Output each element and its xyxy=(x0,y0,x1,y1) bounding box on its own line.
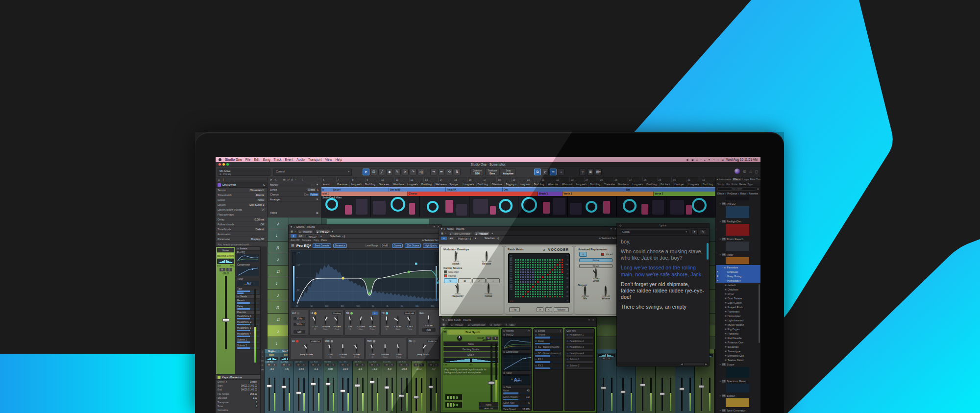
video-thumbnail[interactable] xyxy=(666,196,716,217)
high-quality-button[interactable]: High Quality xyxy=(423,243,439,248)
lyric-event[interactable]: le and xyxy=(321,182,336,187)
llc-soft-button[interactable]: Soft xyxy=(293,330,306,334)
sort-flat[interactable]: Flat xyxy=(727,183,731,186)
octave-dropdown[interactable]: 12th Octave xyxy=(405,243,421,248)
frequency-knob[interactable] xyxy=(457,283,459,293)
volume-knob[interactable] xyxy=(605,286,607,296)
level-knob[interactable] xyxy=(595,268,597,278)
lyric-line[interactable]: Who could choose a rousing stave, who li… xyxy=(621,248,705,261)
direct-button[interactable]: Direct xyxy=(579,264,612,268)
fader-handle[interactable] xyxy=(281,386,287,389)
cue-mix-slot[interactable]: Headphone 2 xyxy=(236,320,260,326)
mute-button[interactable]: M xyxy=(311,364,316,366)
preset-dropdown[interactable]: Pro EQ³ xyxy=(305,234,319,238)
mixer-io-label[interactable]: ↗ xyxy=(262,355,263,358)
cursor-mode-button[interactable]: ➤ xyxy=(691,229,698,234)
noise-button[interactable]: Noise xyxy=(579,258,612,262)
lyric-line[interactable]: Don't forget yer old shipmate, faldee ra… xyxy=(621,281,705,300)
preset-row[interactable]: ▣Easy Going xyxy=(716,300,760,305)
event-inspector-row[interactable]: End00029.01.01.00 xyxy=(216,388,260,392)
lyric-event[interactable]: Long we'v xyxy=(687,182,701,187)
menu-song[interactable]: Song xyxy=(263,158,270,161)
status-icon[interactable]: ◧ xyxy=(686,158,689,161)
lf-freq-knob[interactable] xyxy=(337,316,338,325)
lyric-event[interactable]: Don't forg xyxy=(476,182,490,187)
carrier-pulse-button[interactable]: ⎍ xyxy=(487,278,500,283)
band-controls-button[interactable]: Band Controls xyxy=(313,243,331,248)
follow-chords-button[interactable]: Follow xyxy=(310,193,318,196)
mixer-io-label[interactable]: I/O xyxy=(261,360,264,362)
inspector-row[interactable]: Automation xyxy=(216,232,267,237)
solo-button[interactable]: S xyxy=(404,364,409,366)
lf-q-knob[interactable] xyxy=(315,316,316,325)
unvoiced-detect-button[interactable]: ⊙ xyxy=(579,252,587,257)
solo-button[interactable]: S xyxy=(360,364,365,366)
inspector-row[interactable]: TempoTimestretch xyxy=(216,188,267,193)
grid-icon[interactable]: ▦ xyxy=(441,232,443,235)
hf-mode-dropdown[interactable]: Shelf 6dB xyxy=(404,312,416,315)
fader-handle[interactable] xyxy=(222,318,229,322)
fader-track[interactable] xyxy=(371,378,373,411)
favorite-preset-row[interactable]: ⊘Dirtclean xyxy=(716,269,760,274)
chords-event-row[interactable]: bDsus4Dm add9Fmaj7/ADmDm xyxy=(321,187,715,192)
fader-handle[interactable] xyxy=(296,391,301,394)
gear-icon[interactable]: ⚙ xyxy=(422,239,424,242)
tab-files[interactable]: Files xyxy=(750,178,755,181)
cue-mix-slot[interactable]: Headphone 4 xyxy=(236,332,260,338)
fader-track[interactable] xyxy=(603,378,604,411)
tuner-mini-view[interactable]: ● A#4 xyxy=(503,375,530,385)
lyrics-scrollbar[interactable] xyxy=(707,243,709,260)
fader-handle[interactable] xyxy=(369,381,375,384)
fader-handle[interactable] xyxy=(428,386,434,389)
favorite-preset-row[interactable]: ⊘Easy Going xyxy=(716,274,760,278)
remove-marker-icon[interactable]: − xyxy=(314,183,315,186)
solo-button[interactable]: S xyxy=(607,357,612,360)
chord-event[interactable]: Dm xyxy=(503,187,625,192)
smooth-button[interactable]: ∿ xyxy=(545,307,552,312)
auto-off[interactable]: Auto: Off xyxy=(291,239,299,242)
fader-track[interactable] xyxy=(416,378,417,411)
macro-button[interactable]: ⇅ xyxy=(454,169,461,175)
lyric-event[interactable]: Oftentime xyxy=(490,182,504,187)
add-icon[interactable]: + xyxy=(444,227,445,230)
bend-tool-button[interactable]: ↷ xyxy=(410,169,416,175)
chord-event[interactable]: b xyxy=(321,187,332,192)
mute-button[interactable]: M xyxy=(267,364,271,366)
fader-handle[interactable] xyxy=(488,381,495,385)
marker-track-header[interactable]: Marker+−⚑ xyxy=(268,182,321,187)
menu-view[interactable]: View xyxy=(325,158,332,161)
event-row-value[interactable]: 00029.01.01.00 xyxy=(240,389,258,391)
event-inspector-row[interactable]: Normalize xyxy=(216,409,260,413)
lyric-event[interactable]: We have a xyxy=(434,182,448,187)
mute-button[interactable]: M xyxy=(384,364,389,366)
inspector-menu-icon[interactable]: ≡ xyxy=(218,178,220,181)
arranger-section-row[interactable]: uild 1ChorusBreak 1Verse 1Verse 2 xyxy=(321,192,715,196)
mf-freq-knob[interactable] xyxy=(372,316,373,325)
menu-help[interactable]: Help xyxy=(335,158,342,161)
lmf-q-knob[interactable] xyxy=(330,343,331,353)
lyrics-text[interactable]: boy,Who could choose a rousing stave, wh… xyxy=(617,236,709,316)
sidechain-label[interactable]: Sidechain xyxy=(485,237,495,240)
mixer-io-label[interactable]: R xyxy=(262,364,263,366)
hf-gain-knob[interactable] xyxy=(397,316,398,325)
mute-button[interactable]: M xyxy=(340,364,345,366)
bypass-icon[interactable]: ⊙ xyxy=(441,237,447,240)
carrier-osc-button[interactable]: ⏻ xyxy=(444,278,457,283)
lc-freq-knob[interactable] xyxy=(306,343,307,353)
lyric-event[interactable]: Don't forg xyxy=(364,182,378,187)
fader-handle[interactable] xyxy=(699,385,704,388)
pin-icon[interactable]: ✦ xyxy=(588,318,590,321)
event-row-value[interactable]: 0 xyxy=(255,401,258,404)
arranger-section[interactable]: Break 1 xyxy=(538,192,563,196)
hc-slope-dropdown[interactable]: 12dB/Oct xyxy=(427,340,438,343)
lyrics-track-header[interactable]: LyricsGlobalL xyxy=(268,187,321,192)
channel-name[interactable]: Mojito xyxy=(265,349,279,353)
solo-button[interactable]: S xyxy=(287,364,292,366)
battery-icon[interactable]: ▭ xyxy=(721,158,724,161)
inspector-pin-icon[interactable]: ❘ xyxy=(222,178,225,181)
device-thumbnail[interactable] xyxy=(726,206,749,218)
mixer-bus-strip[interactable]: MS xyxy=(597,349,616,413)
solo-button[interactable]: S xyxy=(492,337,498,340)
loop-follow-button[interactable]: ⇹ xyxy=(438,169,445,175)
cue-mix-slot[interactable]: ⊙Submix 1 xyxy=(565,358,594,364)
